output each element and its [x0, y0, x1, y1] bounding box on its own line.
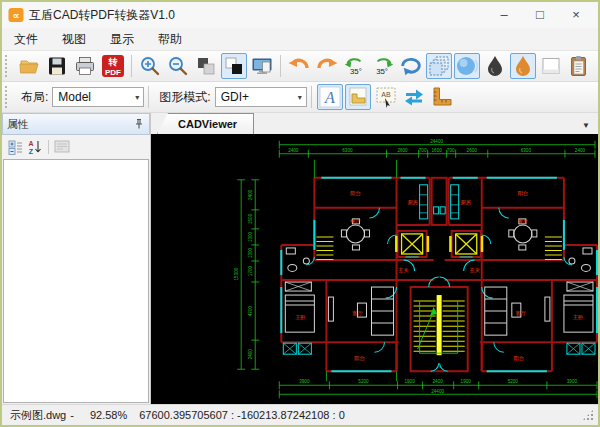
- monitor-page-icon: [251, 55, 273, 77]
- svg-text:2400: 2400: [575, 148, 586, 153]
- svg-text:厨房: 厨房: [461, 199, 472, 205]
- status-coordinates: 67600.395705607 : -160213.87242108 : 0: [139, 409, 345, 421]
- printer-icon: [74, 55, 96, 77]
- graphics-mode-value: GDI+: [221, 90, 249, 104]
- toolbar-separator: [280, 55, 281, 77]
- svg-text:阳台: 阳台: [350, 190, 360, 197]
- open-file-button[interactable]: [16, 53, 42, 79]
- cad-canvas[interactable]: 24400 2400 6300 2600 700 1600 700 2600 6…: [151, 134, 598, 404]
- floor-plan-drawing: 24400 2400 6300 2600 700 1600 700 2600 6…: [151, 134, 598, 404]
- svg-text:2400: 2400: [248, 349, 253, 360]
- tab-overflow-arrow[interactable]: ▼: [582, 121, 590, 130]
- swap-arrows-icon: [402, 86, 426, 108]
- status-dash: -: [70, 409, 74, 421]
- svg-text:2400: 2400: [433, 379, 444, 384]
- categorize-button[interactable]: [5, 138, 25, 156]
- tab-bar: CADViewer ▼: [151, 113, 598, 134]
- svg-text:1900: 1900: [404, 379, 415, 384]
- window-title: 互盾CAD转PDF转换器V1.0: [29, 7, 486, 24]
- properties-panel-body[interactable]: [3, 159, 149, 403]
- pin-icon[interactable]: [133, 118, 145, 130]
- convert-to-pdf-button[interactable]: 转 PDF: [100, 53, 126, 79]
- layout-label: 布局:: [21, 89, 48, 106]
- dimension-lines: [237, 141, 597, 399]
- toolbar-separator: [131, 55, 132, 77]
- close-button[interactable]: ×: [558, 4, 594, 26]
- zoom-in-button[interactable]: [137, 53, 163, 79]
- sphere-icon: [455, 54, 479, 78]
- background-invert-button[interactable]: [221, 53, 247, 79]
- graphics-mode-select[interactable]: GDI+ ▾: [215, 87, 307, 107]
- status-file-name: 示例图.dwg: [10, 408, 66, 423]
- new-blank-button[interactable]: [538, 53, 564, 79]
- property-pages-button[interactable]: [52, 138, 72, 156]
- grayscale-button[interactable]: [482, 53, 508, 79]
- save-button[interactable]: [44, 53, 70, 79]
- svg-text:餐厅: 餐厅: [350, 218, 361, 224]
- rotate-right-35-button[interactable]: 35°: [370, 53, 396, 79]
- swap-button[interactable]: [401, 84, 427, 110]
- resize-grip[interactable]: [582, 409, 594, 421]
- sort-alphabetical-button[interactable]: A Z: [25, 138, 45, 156]
- svg-text:1500: 1500: [248, 213, 253, 224]
- layers-icon: [427, 54, 451, 78]
- svg-text:15300: 15300: [234, 267, 239, 280]
- svg-text:厨房: 厨房: [407, 199, 418, 205]
- property-pages-icon: [54, 140, 70, 154]
- dark-droplet-icon: [484, 54, 506, 78]
- options-toolbar: 布局: Model ▾ 图形模式: GDI+ ▾ A AB: [2, 82, 598, 113]
- menu-help[interactable]: 帮助: [146, 28, 194, 50]
- properties-toolbar: A Z: [2, 135, 150, 159]
- select-text-button[interactable]: AB: [373, 84, 399, 110]
- svg-text:客厅: 客厅: [516, 310, 527, 317]
- fit-to-screen-button[interactable]: [249, 53, 275, 79]
- layout-select[interactable]: Model ▾: [52, 87, 144, 107]
- rotate-circle-icon: [399, 54, 423, 78]
- menu-file[interactable]: 文件: [2, 28, 50, 50]
- print-button[interactable]: [72, 53, 98, 79]
- save-floppy-icon: [46, 55, 68, 77]
- svg-text:3900: 3900: [299, 379, 310, 384]
- app-window: ∝ 互盾CAD转PDF转换器V1.0 – □ × 文件 视图 显示 帮助: [0, 0, 600, 427]
- svg-text:5200: 5200: [358, 379, 369, 384]
- svg-text:35°: 35°: [350, 67, 362, 76]
- svg-text:阳台: 阳台: [514, 355, 524, 362]
- maximize-button[interactable]: □: [522, 4, 558, 26]
- measure-button[interactable]: [429, 84, 455, 110]
- invert-background-icon: [223, 55, 245, 77]
- page-corner-button[interactable]: [345, 84, 371, 110]
- svg-text:2600: 2600: [397, 148, 408, 153]
- text-select-cursor-icon: AB: [375, 86, 397, 108]
- svg-text:35°: 35°: [376, 67, 388, 76]
- menu-view[interactable]: 视图: [50, 28, 98, 50]
- toolbar-grip: [5, 55, 12, 77]
- svg-text:1900: 1900: [461, 379, 472, 384]
- render-quality-button[interactable]: [454, 53, 480, 79]
- svg-text:2600: 2600: [467, 148, 478, 153]
- zoom-out-button[interactable]: [165, 53, 191, 79]
- tab-cadviewer[interactable]: CADViewer: [157, 113, 254, 134]
- undo-button[interactable]: [286, 53, 312, 79]
- menu-display[interactable]: 显示: [98, 28, 146, 50]
- chevron-down-icon: ▾: [135, 93, 143, 102]
- layers-button[interactable]: [426, 53, 452, 79]
- convert-pdf-icon: 转 PDF: [101, 54, 125, 78]
- redo-button[interactable]: [314, 53, 340, 79]
- svg-text:24400: 24400: [431, 389, 444, 394]
- show-text-button[interactable]: A: [317, 84, 343, 110]
- svg-text:AB: AB: [381, 91, 391, 98]
- rotate-left-35-button[interactable]: 35°: [342, 53, 368, 79]
- svg-text:主卧: 主卧: [295, 314, 306, 320]
- toolbar-separator: [48, 140, 49, 154]
- title-bar: ∝ 互盾CAD转PDF转换器V1.0 – □ ×: [2, 2, 598, 28]
- color-button[interactable]: [510, 53, 536, 79]
- svg-text:24400: 24400: [430, 139, 443, 144]
- page-corner-icon: [347, 86, 369, 108]
- main-area: 属性 A Z: [2, 113, 598, 404]
- svg-text:玄关: 玄关: [470, 267, 480, 273]
- free-rotate-button[interactable]: [398, 53, 424, 79]
- paste-board-button[interactable]: [566, 53, 592, 79]
- svg-text:1600: 1600: [432, 148, 443, 153]
- minimize-button[interactable]: –: [486, 4, 522, 26]
- background-dark-button[interactable]: [193, 53, 219, 79]
